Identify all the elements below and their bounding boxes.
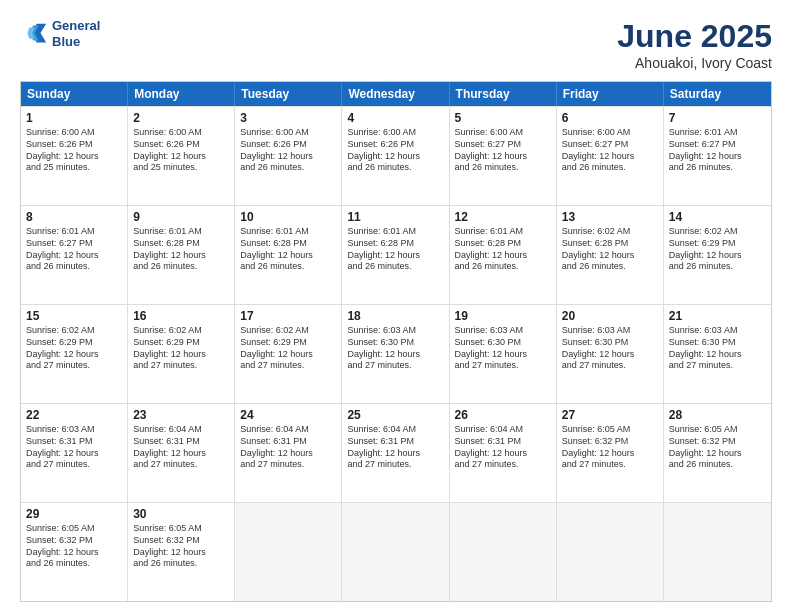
calendar-cell: 8Sunrise: 6:01 AM Sunset: 6:27 PM Daylig… (21, 206, 128, 304)
day-number: 23 (133, 407, 229, 423)
header: General Blue June 2025 Ahouakoi, Ivory C… (20, 18, 772, 71)
cell-info: Sunrise: 6:03 AM Sunset: 6:30 PM Dayligh… (562, 325, 658, 372)
calendar-cell: 10Sunrise: 6:01 AM Sunset: 6:28 PM Dayli… (235, 206, 342, 304)
cell-info: Sunrise: 6:02 AM Sunset: 6:29 PM Dayligh… (669, 226, 766, 273)
cell-info: Sunrise: 6:03 AM Sunset: 6:30 PM Dayligh… (347, 325, 443, 372)
calendar-cell: 23Sunrise: 6:04 AM Sunset: 6:31 PM Dayli… (128, 404, 235, 502)
calendar-cell: 7Sunrise: 6:01 AM Sunset: 6:27 PM Daylig… (664, 107, 771, 205)
calendar-cell: 25Sunrise: 6:04 AM Sunset: 6:31 PM Dayli… (342, 404, 449, 502)
cell-info: Sunrise: 6:00 AM Sunset: 6:26 PM Dayligh… (240, 127, 336, 174)
logo-icon (20, 20, 48, 48)
day-number: 15 (26, 308, 122, 324)
logo-text: General Blue (52, 18, 100, 49)
page: General Blue June 2025 Ahouakoi, Ivory C… (0, 0, 792, 612)
day-number: 19 (455, 308, 551, 324)
day-number: 2 (133, 110, 229, 126)
cell-info: Sunrise: 6:02 AM Sunset: 6:29 PM Dayligh… (133, 325, 229, 372)
calendar-cell: 21Sunrise: 6:03 AM Sunset: 6:30 PM Dayli… (664, 305, 771, 403)
calendar-cell: 18Sunrise: 6:03 AM Sunset: 6:30 PM Dayli… (342, 305, 449, 403)
calendar: SundayMondayTuesdayWednesdayThursdayFrid… (20, 81, 772, 602)
cell-info: Sunrise: 6:04 AM Sunset: 6:31 PM Dayligh… (133, 424, 229, 471)
calendar-cell (557, 503, 664, 601)
cell-info: Sunrise: 6:02 AM Sunset: 6:29 PM Dayligh… (26, 325, 122, 372)
calendar-cell: 19Sunrise: 6:03 AM Sunset: 6:30 PM Dayli… (450, 305, 557, 403)
cell-info: Sunrise: 6:00 AM Sunset: 6:26 PM Dayligh… (347, 127, 443, 174)
cell-info: Sunrise: 6:05 AM Sunset: 6:32 PM Dayligh… (669, 424, 766, 471)
calendar-cell: 2Sunrise: 6:00 AM Sunset: 6:26 PM Daylig… (128, 107, 235, 205)
header-cell-monday: Monday (128, 82, 235, 106)
day-number: 17 (240, 308, 336, 324)
calendar-cell (450, 503, 557, 601)
cell-info: Sunrise: 6:00 AM Sunset: 6:26 PM Dayligh… (26, 127, 122, 174)
calendar-cell: 28Sunrise: 6:05 AM Sunset: 6:32 PM Dayli… (664, 404, 771, 502)
header-cell-saturday: Saturday (664, 82, 771, 106)
header-cell-wednesday: Wednesday (342, 82, 449, 106)
calendar-cell: 17Sunrise: 6:02 AM Sunset: 6:29 PM Dayli… (235, 305, 342, 403)
calendar-cell: 15Sunrise: 6:02 AM Sunset: 6:29 PM Dayli… (21, 305, 128, 403)
day-number: 3 (240, 110, 336, 126)
day-number: 11 (347, 209, 443, 225)
calendar-row-5: 29Sunrise: 6:05 AM Sunset: 6:32 PM Dayli… (21, 502, 771, 601)
cell-info: Sunrise: 6:03 AM Sunset: 6:30 PM Dayligh… (455, 325, 551, 372)
day-number: 9 (133, 209, 229, 225)
calendar-cell: 30Sunrise: 6:05 AM Sunset: 6:32 PM Dayli… (128, 503, 235, 601)
day-number: 22 (26, 407, 122, 423)
day-number: 29 (26, 506, 122, 522)
day-number: 18 (347, 308, 443, 324)
calendar-cell: 12Sunrise: 6:01 AM Sunset: 6:28 PM Dayli… (450, 206, 557, 304)
cell-info: Sunrise: 6:05 AM Sunset: 6:32 PM Dayligh… (133, 523, 229, 570)
calendar-row-3: 15Sunrise: 6:02 AM Sunset: 6:29 PM Dayli… (21, 304, 771, 403)
calendar-cell: 24Sunrise: 6:04 AM Sunset: 6:31 PM Dayli… (235, 404, 342, 502)
header-cell-tuesday: Tuesday (235, 82, 342, 106)
day-number: 25 (347, 407, 443, 423)
cell-info: Sunrise: 6:03 AM Sunset: 6:30 PM Dayligh… (669, 325, 766, 372)
day-number: 16 (133, 308, 229, 324)
cell-info: Sunrise: 6:01 AM Sunset: 6:28 PM Dayligh… (347, 226, 443, 273)
calendar-cell: 16Sunrise: 6:02 AM Sunset: 6:29 PM Dayli… (128, 305, 235, 403)
cell-info: Sunrise: 6:02 AM Sunset: 6:29 PM Dayligh… (240, 325, 336, 372)
cell-info: Sunrise: 6:04 AM Sunset: 6:31 PM Dayligh… (240, 424, 336, 471)
cell-info: Sunrise: 6:00 AM Sunset: 6:26 PM Dayligh… (133, 127, 229, 174)
cell-info: Sunrise: 6:02 AM Sunset: 6:28 PM Dayligh… (562, 226, 658, 273)
day-number: 4 (347, 110, 443, 126)
calendar-cell: 22Sunrise: 6:03 AM Sunset: 6:31 PM Dayli… (21, 404, 128, 502)
title-area: June 2025 Ahouakoi, Ivory Coast (617, 18, 772, 71)
day-number: 24 (240, 407, 336, 423)
calendar-body: 1Sunrise: 6:00 AM Sunset: 6:26 PM Daylig… (21, 106, 771, 601)
header-cell-thursday: Thursday (450, 82, 557, 106)
calendar-cell: 27Sunrise: 6:05 AM Sunset: 6:32 PM Dayli… (557, 404, 664, 502)
calendar-cell: 20Sunrise: 6:03 AM Sunset: 6:30 PM Dayli… (557, 305, 664, 403)
calendar-cell: 9Sunrise: 6:01 AM Sunset: 6:28 PM Daylig… (128, 206, 235, 304)
calendar-cell: 13Sunrise: 6:02 AM Sunset: 6:28 PM Dayli… (557, 206, 664, 304)
cell-info: Sunrise: 6:01 AM Sunset: 6:27 PM Dayligh… (669, 127, 766, 174)
cell-info: Sunrise: 6:00 AM Sunset: 6:27 PM Dayligh… (455, 127, 551, 174)
cell-info: Sunrise: 6:05 AM Sunset: 6:32 PM Dayligh… (26, 523, 122, 570)
cell-info: Sunrise: 6:00 AM Sunset: 6:27 PM Dayligh… (562, 127, 658, 174)
calendar-cell: 29Sunrise: 6:05 AM Sunset: 6:32 PM Dayli… (21, 503, 128, 601)
cell-info: Sunrise: 6:01 AM Sunset: 6:27 PM Dayligh… (26, 226, 122, 273)
day-number: 30 (133, 506, 229, 522)
cell-info: Sunrise: 6:03 AM Sunset: 6:31 PM Dayligh… (26, 424, 122, 471)
calendar-row-4: 22Sunrise: 6:03 AM Sunset: 6:31 PM Dayli… (21, 403, 771, 502)
calendar-title: June 2025 (617, 18, 772, 55)
header-cell-sunday: Sunday (21, 82, 128, 106)
day-number: 26 (455, 407, 551, 423)
cell-info: Sunrise: 6:05 AM Sunset: 6:32 PM Dayligh… (562, 424, 658, 471)
calendar-cell: 26Sunrise: 6:04 AM Sunset: 6:31 PM Dayli… (450, 404, 557, 502)
calendar-cell (342, 503, 449, 601)
calendar-header: SundayMondayTuesdayWednesdayThursdayFrid… (21, 82, 771, 106)
cell-info: Sunrise: 6:01 AM Sunset: 6:28 PM Dayligh… (455, 226, 551, 273)
calendar-cell: 5Sunrise: 6:00 AM Sunset: 6:27 PM Daylig… (450, 107, 557, 205)
day-number: 28 (669, 407, 766, 423)
calendar-cell: 14Sunrise: 6:02 AM Sunset: 6:29 PM Dayli… (664, 206, 771, 304)
day-number: 8 (26, 209, 122, 225)
calendar-cell (664, 503, 771, 601)
header-cell-friday: Friday (557, 82, 664, 106)
calendar-row-1: 1Sunrise: 6:00 AM Sunset: 6:26 PM Daylig… (21, 106, 771, 205)
day-number: 14 (669, 209, 766, 225)
logo: General Blue (20, 18, 100, 49)
cell-info: Sunrise: 6:04 AM Sunset: 6:31 PM Dayligh… (455, 424, 551, 471)
calendar-cell: 4Sunrise: 6:00 AM Sunset: 6:26 PM Daylig… (342, 107, 449, 205)
calendar-cell: 3Sunrise: 6:00 AM Sunset: 6:26 PM Daylig… (235, 107, 342, 205)
day-number: 7 (669, 110, 766, 126)
